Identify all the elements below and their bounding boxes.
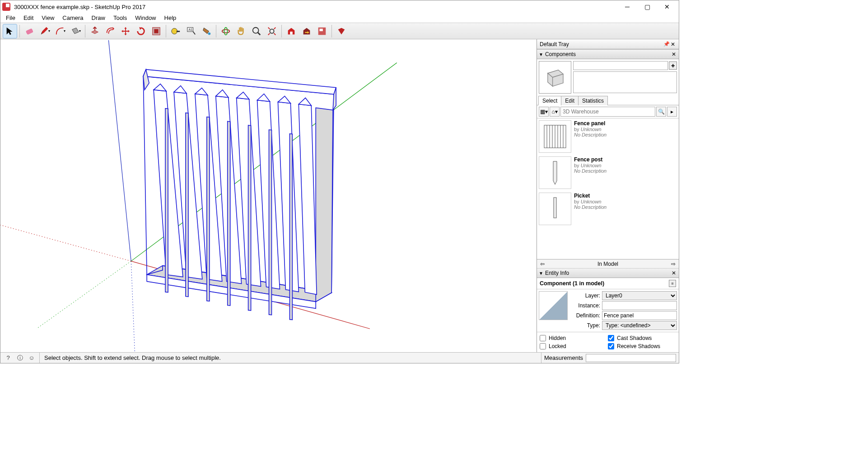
- svg-point-11: [270, 29, 274, 33]
- measurements-input[interactable]: [586, 354, 676, 362]
- nav-back-button[interactable]: ⇦: [537, 261, 548, 267]
- menu-edit[interactable]: Edit: [20, 14, 37, 22]
- tool-tape[interactable]: [168, 24, 183, 38]
- component-name-input[interactable]: [573, 61, 668, 70]
- menu-file[interactable]: File: [2, 14, 19, 22]
- entity-info-panel-close-icon[interactable]: ✕: [672, 270, 677, 276]
- components-panel-header[interactable]: ▼ Components ✕: [537, 49, 679, 59]
- close-button[interactable]: ✕: [657, 0, 677, 13]
- tool-move[interactable]: [118, 24, 133, 38]
- cast-shadows-checkbox-label[interactable]: Cast Shadows: [608, 335, 676, 341]
- details-button[interactable]: ▸: [667, 107, 677, 117]
- component-description-input[interactable]: [573, 71, 677, 93]
- svg-marker-54: [553, 161, 557, 184]
- warehouse-search-input[interactable]: [560, 107, 655, 117]
- svg-rect-37: [186, 113, 188, 297]
- tab-edit[interactable]: Edit: [561, 96, 579, 105]
- component-thumbnail: [539, 120, 571, 153]
- tool-zoom-extents[interactable]: [265, 24, 279, 38]
- chevron-down-icon: ▼: [539, 271, 543, 276]
- components-tabs: Select Edit Statistics: [537, 95, 679, 105]
- tray-header[interactable]: Default Tray 📌 ✕: [537, 39, 679, 49]
- menu-camera[interactable]: Camera: [59, 14, 87, 22]
- entity-details-toggle[interactable]: ≡: [669, 280, 676, 287]
- svg-rect-39: [228, 121, 230, 306]
- svg-rect-55: [554, 198, 556, 218]
- tray-close-icon[interactable]: ✕: [671, 41, 676, 47]
- component-description: No Description: [574, 132, 677, 137]
- components-panel-close-icon[interactable]: ✕: [672, 51, 677, 57]
- window-title: 3000XXX fence example.skp - SketchUp Pro…: [14, 4, 617, 10]
- tab-statistics[interactable]: Statistics: [578, 96, 608, 105]
- svg-rect-0: [26, 28, 33, 35]
- locked-checkbox-label[interactable]: Locked: [540, 343, 608, 349]
- toolbar: ▾ ▾ ▾ A1: [0, 23, 679, 39]
- tool-layout[interactable]: [315, 24, 329, 38]
- cast-shadows-checkbox[interactable]: [608, 335, 614, 341]
- components-list[interactable]: Fence panel by Unknown No Description Fe…: [537, 118, 679, 259]
- tool-pan[interactable]: [234, 24, 248, 38]
- menu-tools[interactable]: Tools: [110, 14, 131, 22]
- hidden-checkbox-label[interactable]: Hidden: [540, 335, 608, 341]
- help-icon[interactable]: ?: [4, 354, 12, 362]
- component-item[interactable]: Fence panel by Unknown No Description: [537, 118, 679, 155]
- svg-point-3: [172, 28, 177, 34]
- person-icon[interactable]: ☺: [28, 354, 36, 362]
- statusbar: ? ⓘ ☺ Select objects. Shift to extend se…: [0, 352, 679, 363]
- tool-pushpull[interactable]: [88, 24, 102, 38]
- tool-paint[interactable]: [199, 24, 214, 38]
- minimize-button[interactable]: ─: [617, 0, 637, 13]
- tool-rectangle[interactable]: ▾: [68, 24, 83, 38]
- entity-info-panel-header[interactable]: ▼ Entity Info ✕: [537, 268, 679, 278]
- tool-eraser[interactable]: [22, 24, 37, 38]
- tool-orbit[interactable]: [219, 24, 233, 38]
- pin-icon[interactable]: 📌: [663, 41, 669, 47]
- menu-help[interactable]: Help: [161, 14, 180, 22]
- components-searchbar: ▦▾ ⌂▾ 🔍 ▸: [537, 105, 679, 118]
- receive-shadows-checkbox-label[interactable]: Receive Shadows: [608, 343, 676, 349]
- view-mode-button[interactable]: ▦▾: [539, 107, 549, 117]
- tool-text[interactable]: A1: [184, 24, 198, 38]
- component-item[interactable]: Fence post by Unknown No Description: [537, 155, 679, 191]
- type-select[interactable]: Type: <undefined>: [602, 321, 677, 330]
- tool-arc[interactable]: ▾: [53, 24, 67, 38]
- nav-forward-button[interactable]: ⇨: [668, 261, 679, 267]
- tool-scale[interactable]: [149, 24, 163, 38]
- menu-window[interactable]: Window: [131, 14, 159, 22]
- tool-offset[interactable]: [103, 24, 117, 38]
- material-swatch[interactable]: [539, 291, 568, 320]
- selected-component-thumbnail[interactable]: [539, 61, 571, 94]
- menu-view[interactable]: View: [38, 14, 58, 22]
- layer-label: Layer:: [570, 292, 602, 299]
- tool-rotate[interactable]: [134, 24, 148, 38]
- instance-input[interactable]: [602, 301, 677, 310]
- tool-pencil[interactable]: ▾: [37, 24, 52, 38]
- component-add-button[interactable]: ✚: [669, 61, 677, 70]
- maximize-button[interactable]: ▢: [637, 0, 657, 13]
- menu-draw[interactable]: Draw: [88, 14, 109, 22]
- tool-extension-warehouse[interactable]: [299, 24, 314, 38]
- home-dropdown-button[interactable]: ⌂▾: [550, 107, 560, 117]
- svg-rect-14: [320, 28, 323, 31]
- locked-checkbox[interactable]: [540, 343, 546, 349]
- tool-select[interactable]: [3, 24, 17, 38]
- component-author: by Unknown: [574, 163, 677, 168]
- info-icon[interactable]: ⓘ: [16, 354, 24, 362]
- tool-zoom[interactable]: [249, 24, 264, 38]
- component-item[interactable]: Picket by Unknown No Description: [537, 191, 679, 227]
- component-author: by Unknown: [574, 127, 677, 132]
- tab-select[interactable]: Select: [538, 96, 561, 105]
- search-button[interactable]: 🔍: [656, 107, 666, 117]
- tool-ruby[interactable]: [334, 24, 349, 38]
- svg-point-7: [208, 32, 211, 35]
- svg-line-16: [131, 261, 135, 351]
- receive-shadows-checkbox[interactable]: [608, 343, 614, 349]
- viewport-3d[interactable]: [0, 39, 537, 352]
- tool-warehouse[interactable]: [284, 24, 299, 38]
- components-panel: ✚ Select Edit Statistics ▦▾ ⌂▾ 🔍 ▸: [537, 59, 679, 268]
- definition-input[interactable]: [602, 311, 677, 320]
- svg-line-18: [37, 261, 131, 329]
- svg-point-10: [253, 27, 259, 33]
- hidden-checkbox[interactable]: [540, 335, 546, 341]
- layer-select[interactable]: Layer0: [602, 291, 677, 300]
